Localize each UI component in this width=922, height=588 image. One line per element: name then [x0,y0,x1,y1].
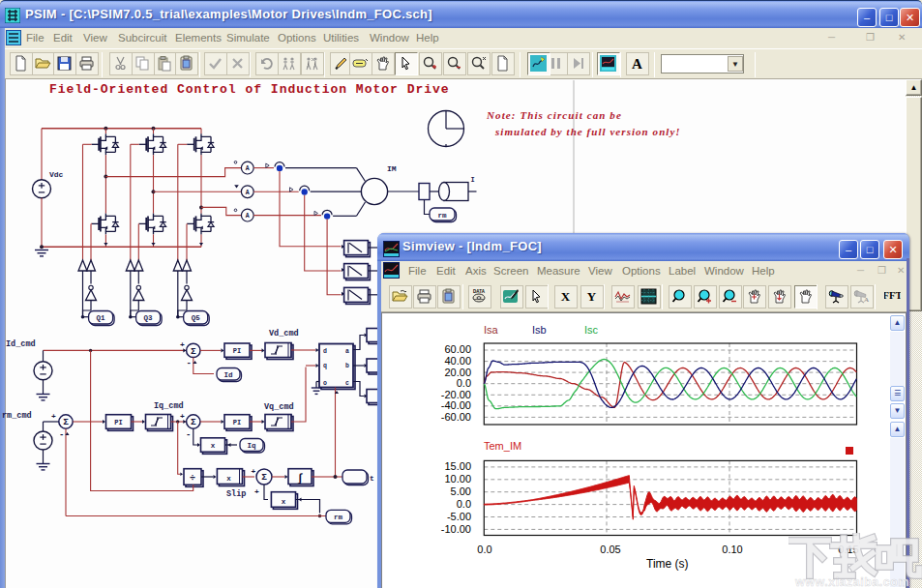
svg-text:I: I [471,176,475,184]
svg-text:Id: Id [223,371,232,379]
svg-text:x: x [211,442,216,450]
svg-text:PI: PI [114,419,122,426]
svg-text:t: t [370,474,374,483]
svg-text:x: x [282,498,286,506]
svg-text:Y: Y [587,289,597,304]
svg-text:A: A [246,213,250,220]
svg-text:FFT: FFT [884,290,901,301]
svg-text:+: + [252,467,256,476]
svg-text:PI: PI [233,419,241,426]
svg-text:Vq_cmd: Vq_cmd [264,402,294,412]
svg-text:Σ: Σ [261,472,267,483]
svg-text:∫: ∫ [296,472,303,485]
svg-text:b: b [345,363,349,369]
svg-text:+: + [180,412,185,421]
svg-text:Id_cmd: Id_cmd [6,339,36,349]
svg-text:-: - [187,359,192,368]
svg-text:÷: ÷ [190,473,195,484]
svg-text:rm: rm [437,212,447,220]
svg-text:www.xiazaiba.com: www.xiazaiba.com [794,575,909,588]
svg-text:Slip: Slip [226,489,246,499]
svg-text:Q3: Q3 [144,314,154,322]
svg-text:x: x [226,475,231,483]
svg-text:DATA: DATA [473,289,486,294]
svg-text:q: q [323,363,327,369]
svg-text:+: + [51,412,56,421]
svg-text:+: + [180,340,185,349]
svg-text:rm_cmd: rm_cmd [2,411,32,421]
svg-text:Q5: Q5 [192,314,201,322]
svg-text:Vd_cmd: Vd_cmd [269,329,299,338]
svg-text:A: A [246,190,250,196]
svg-text:Iq: Iq [247,442,255,450]
svg-text:Σ: Σ [191,346,196,357]
svg-text:-: - [59,430,64,440]
svg-text:a: a [345,348,349,355]
svg-text:Field-Oriented Control of Indu: Field-Oriented Control of Induction Moto… [49,82,450,97]
svg-text:X: X [561,289,571,304]
svg-text:Vdc: Vdc [49,170,64,179]
svg-text:Iq_cmd: Iq_cmd [154,401,184,411]
svg-text:d: d [323,348,327,355]
svg-text:Σ: Σ [63,417,69,427]
svg-text:+: + [254,487,259,496]
svg-text:simulated by the full version: simulated by the full version only! [494,126,681,137]
svg-text:Q1: Q1 [97,314,106,322]
svg-text:IM: IM [387,164,397,173]
svg-text:A: A [864,296,869,304]
svg-text:Σ: Σ [191,417,196,427]
svg-text:c: c [345,380,349,387]
svg-text:rm: rm [334,514,343,521]
svg-text:-: - [186,430,191,440]
svg-text:A: A [246,165,250,172]
svg-text:o: o [323,380,327,387]
svg-text:Note: This circuit can be: Note: This circuit can be [486,109,622,121]
svg-text:PI: PI [233,347,241,355]
